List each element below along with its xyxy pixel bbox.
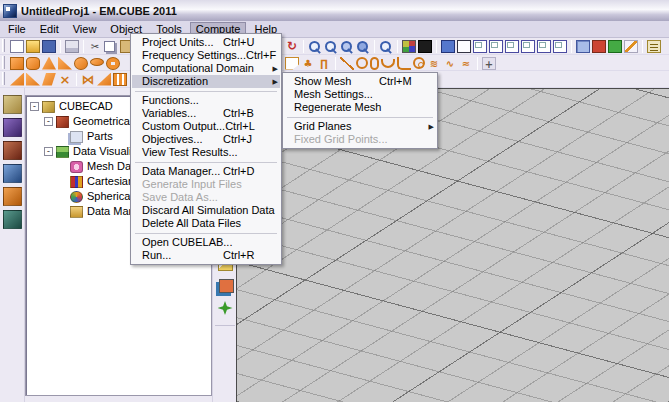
xf-rotate-a-icon[interactable] <box>97 73 111 86</box>
zoom-window-icon[interactable] <box>340 40 354 53</box>
coil-tool-icon[interactable]: ≈ <box>459 57 473 70</box>
menu-item-label: Save Data As... <box>142 191 223 204</box>
line-tool-icon[interactable] <box>340 57 354 70</box>
collapse-toggle[interactable]: - <box>44 147 53 156</box>
menu-item-objectives[interactable]: Objectives...Ctrl+J <box>132 133 280 146</box>
rosette-tool-icon[interactable]: ♣ <box>301 57 315 70</box>
zoom-in-icon[interactable] <box>308 40 322 53</box>
menu-item-custom-output[interactable]: Custom Output...Ctrl+L <box>132 120 280 133</box>
copy-icon[interactable] <box>104 41 115 52</box>
helix-tool-icon[interactable]: ≋ <box>427 57 441 70</box>
wave-tool-icon[interactable]: ∿ <box>443 57 457 70</box>
menu-item-mesh-settings[interactable]: Mesh Settings... <box>284 88 436 101</box>
menu-item-open-cubelab[interactable]: Open CUBELAB... <box>132 236 280 249</box>
propagation-module-icon[interactable] <box>3 210 22 229</box>
print-icon[interactable] <box>65 40 79 53</box>
physical-optics-module-icon[interactable] <box>3 141 22 160</box>
menu-item-delete-all-data-files[interactable]: Delete All Data Files <box>132 217 280 230</box>
menu-item-shortcut: Ctrl+L <box>225 120 269 133</box>
planar-module-icon[interactable] <box>3 164 22 183</box>
rotate-view-icon[interactable]: ↻ <box>285 40 299 53</box>
tile-windows-icon[interactable] <box>402 40 416 53</box>
menu-item-frequency-settings[interactable]: Frequency Settings...Ctrl+F <box>132 49 280 62</box>
edit-points-icon[interactable] <box>624 40 638 53</box>
trim-tool-icon[interactable] <box>285 57 299 70</box>
solid-sphere-icon[interactable] <box>74 57 88 70</box>
view-angle-1-icon[interactable] <box>473 40 487 53</box>
menu-item-grid-planes[interactable]: Grid Planes▶ <box>284 120 436 133</box>
view-cube-wire-icon[interactable] <box>457 40 471 53</box>
title-bar[interactable]: UntitledProj1 - EM.CUBE 2011 <box>0 0 669 21</box>
menu-item-discretization[interactable]: Discretization▶ <box>132 75 280 88</box>
toolbar-grip[interactable] <box>2 39 5 52</box>
collapse-toggle[interactable]: - <box>44 117 53 126</box>
xf-cage-icon[interactable]: × <box>58 73 72 86</box>
menu-item-functions[interactable]: Functions... <box>132 94 280 107</box>
solid-disc-icon[interactable] <box>90 58 104 66</box>
xf-rotate-b-icon[interactable] <box>26 73 40 86</box>
array-tool-icon[interactable] <box>113 73 127 86</box>
collapse-toggle[interactable]: - <box>30 102 39 111</box>
view-angle-3-icon[interactable] <box>505 40 519 53</box>
mesh-module-icon[interactable] <box>3 187 22 206</box>
toolbar-grip[interactable] <box>2 72 5 85</box>
zoom-selection-icon[interactable] <box>356 40 370 53</box>
plane-xy-icon[interactable] <box>576 40 590 53</box>
view-angle-6-icon[interactable] <box>553 40 567 53</box>
menu-item-label: Mesh Settings... <box>294 88 379 101</box>
menu-item-generate-input-files: Generate Input Files <box>132 178 280 191</box>
arc-tool-icon[interactable] <box>381 59 395 68</box>
solid-torus-icon[interactable] <box>106 57 120 70</box>
zoom-out-icon[interactable] <box>324 40 338 53</box>
view-cube-solid-icon[interactable] <box>441 40 455 53</box>
menu-item-shortcut: Ctrl+R <box>223 249 269 262</box>
view-angle-5-icon[interactable] <box>537 40 551 53</box>
menu-edit[interactable]: Edit <box>34 22 65 36</box>
view-angle-2-icon[interactable] <box>489 40 503 53</box>
menu-item-fixed-grid-points: Fixed Grid Points... <box>284 133 436 146</box>
menu-item-variables[interactable]: Variables...Ctrl+B <box>132 107 280 120</box>
menu-item-computational-domain[interactable]: Computational Domain▶ <box>132 62 280 75</box>
cut-icon[interactable]: ✂ <box>88 40 102 53</box>
solid-cylinder-icon[interactable] <box>26 57 40 70</box>
open-folder-icon[interactable] <box>26 40 40 53</box>
solid-cone-icon[interactable] <box>42 57 56 70</box>
stadium-tool-icon[interactable] <box>370 57 379 70</box>
xf-shear-icon[interactable] <box>42 73 56 86</box>
menu-item-discard-all-simulation-data[interactable]: Discard All Simulation Data <box>132 204 280 217</box>
view-angle-4-icon[interactable] <box>521 40 535 53</box>
arch-tool-icon[interactable]: ∏ <box>317 57 331 70</box>
solid-wedge-icon[interactable] <box>58 57 72 70</box>
cubecad-icon <box>42 101 55 113</box>
project-tree-icon[interactable] <box>647 40 661 53</box>
mirror-tool-icon[interactable]: ⋈ <box>81 73 95 86</box>
toolbar-grip[interactable] <box>2 56 5 69</box>
render-solid-icon[interactable] <box>418 40 432 53</box>
menu-view[interactable]: View <box>67 22 103 36</box>
menu-file[interactable]: File <box>2 22 32 36</box>
new-file-icon[interactable] <box>10 40 24 53</box>
zoom-extents-icon[interactable] <box>379 40 393 53</box>
point-tool-icon[interactable]: + <box>482 57 496 70</box>
menu-item-show-mesh[interactable]: Show MeshCtrl+M <box>284 75 436 88</box>
plane-yz-icon[interactable] <box>592 40 606 53</box>
menu-item-regenerate-mesh[interactable]: Regenerate Mesh <box>284 101 436 114</box>
menu-item-project-units[interactable]: Project Units...Ctrl+U <box>132 36 280 49</box>
cubecad-module-icon[interactable] <box>3 95 22 114</box>
spiral-tool-icon[interactable] <box>413 57 425 69</box>
menu-item-label: Run... <box>142 249 223 262</box>
menu-item-run[interactable]: Run...Ctrl+R <box>132 249 280 262</box>
circle-tool-icon[interactable] <box>356 57 368 69</box>
save-file-icon[interactable] <box>42 40 56 53</box>
submenu-arrow-icon: ▶ <box>425 120 434 133</box>
xf-rotate-a-icon[interactable] <box>10 73 24 86</box>
menu-item-data-manager[interactable]: Data Manager...Ctrl+D <box>132 165 280 178</box>
snap-tool-icon[interactable] <box>218 301 233 315</box>
elbow-tool-icon[interactable] <box>397 57 411 70</box>
plane-zx-icon[interactable] <box>608 40 622 53</box>
fdtd-module-icon[interactable] <box>3 118 22 137</box>
layers-tool-icon[interactable] <box>219 279 234 293</box>
data-manager-icon <box>70 206 83 218</box>
menu-item-view-test-results[interactable]: View Test Results... <box>132 146 280 159</box>
solid-box-icon[interactable] <box>10 57 24 70</box>
